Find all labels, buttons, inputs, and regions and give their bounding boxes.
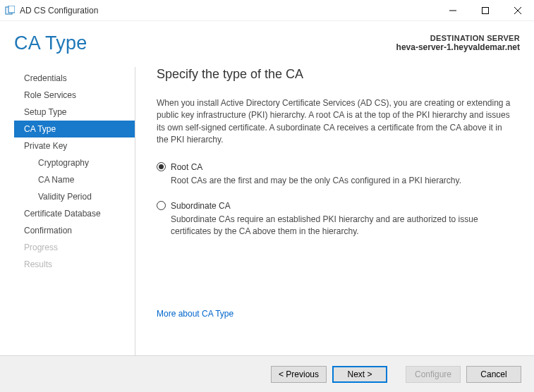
sidebar-item-label: CA Name [38,175,74,185]
sidebar: CredentialsRole ServicesSetup TypeCA Typ… [14,67,135,355]
option-desc: Subordinate CAs require an established P… [171,214,516,238]
radio-row[interactable]: Subordinate CA [157,201,516,211]
sidebar-item-label: Setup Type [24,107,67,117]
svg-rect-1 [8,6,15,13]
app-icon [4,5,16,16]
content-heading: Specify the type of the CA [157,67,516,82]
destination-server: heva-server-1.heyvaldemar.net [396,42,520,52]
sidebar-item-confirmation[interactable]: Confirmation [14,222,135,239]
svg-rect-3 [483,7,489,13]
sidebar-item-label: Cryptography [38,158,89,168]
page-title: CA Type [14,32,87,54]
radio-button[interactable] [157,201,166,210]
destination-block: DESTINATION SERVER heva-server-1.heyvald… [396,34,520,52]
sidebar-item-ca-name[interactable]: CA Name [14,171,135,188]
sidebar-item-label: Private Key [24,141,67,151]
option-root-ca: Root CARoot CAs are the first and may be… [157,162,516,187]
sidebar-item-private-key[interactable]: Private Key [14,137,135,154]
next-button[interactable]: Next > [332,366,387,383]
sidebar-item-role-services[interactable]: Role Services [14,87,135,104]
close-button[interactable] [502,0,534,21]
radio-button[interactable] [157,162,166,171]
sidebar-item-validity-period[interactable]: Validity Period [14,188,135,205]
sidebar-item-label: Confirmation [24,226,72,235]
sidebar-item-results: Results [14,256,135,273]
sidebar-item-cryptography[interactable]: Cryptography [14,154,135,171]
maximize-button[interactable] [469,0,502,21]
titlebar: AD CS Configuration [0,0,534,21]
minimize-button[interactable] [437,0,469,21]
sidebar-item-progress: Progress [14,239,135,256]
body: CredentialsRole ServicesSetup TypeCA Typ… [0,67,534,355]
sidebar-item-setup-type[interactable]: Setup Type [14,104,135,121]
content-intro: When you install Active Directory Certif… [157,97,516,147]
destination-label: DESTINATION SERVER [396,34,520,42]
more-link[interactable]: More about CA Type [157,309,233,319]
sidebar-item-label: Validity Period [38,192,92,202]
header: CA Type DESTINATION SERVER heva-server-1… [0,21,534,67]
option-desc: Root CAs are the first and may be the on… [171,175,516,187]
sidebar-item-label: Results [24,259,52,269]
window-title: AD CS Configuration [20,6,98,16]
configure-button: Configure [406,366,461,383]
sidebar-item-credentials[interactable]: Credentials [14,70,135,87]
sidebar-item-certificate-database[interactable]: Certificate Database [14,205,135,222]
sidebar-item-label: Role Services [24,90,76,100]
sidebar-item-ca-type[interactable]: CA Type [14,121,135,137]
content: Specify the type of the CA When you inst… [135,67,520,355]
option-label: Subordinate CA [171,201,231,211]
sidebar-item-label: Credentials [24,73,67,83]
option-label: Root CA [171,162,202,172]
option-subordinate-ca: Subordinate CASubordinate CAs require an… [157,201,516,238]
sidebar-item-label: Certificate Database [24,209,101,219]
radio-row[interactable]: Root CA [157,162,516,172]
sidebar-item-label: Progress [24,243,58,252]
sidebar-item-label: CA Type [24,124,56,134]
cancel-button[interactable]: Cancel [466,366,521,383]
previous-button[interactable]: < Previous [271,366,327,383]
footer: < Previous Next > Configure Cancel [0,355,534,392]
